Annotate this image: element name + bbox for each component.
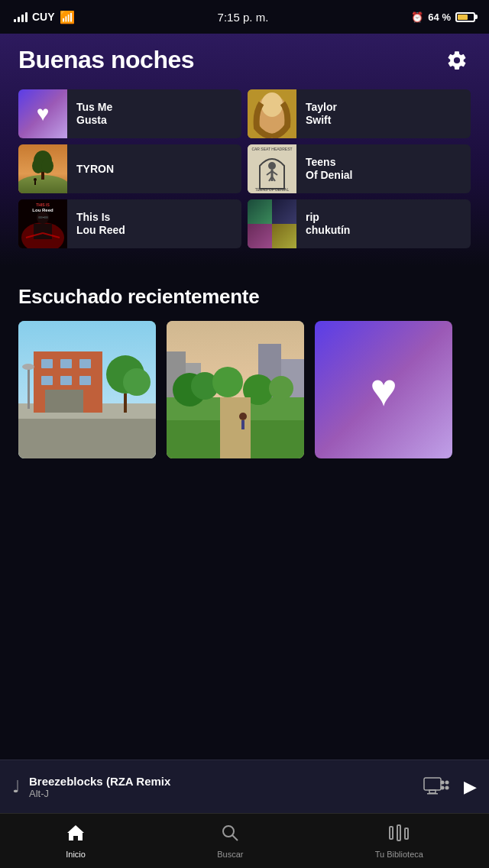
svg-rect-34 [60, 376, 72, 385]
recent-thumb-2 [167, 321, 304, 458]
svg-point-2 [261, 92, 283, 117]
lou-reed-image: THIS IS Lou Reed [18, 199, 67, 248]
svg-rect-59 [427, 793, 438, 795]
svg-text:THIS IS: THIS IS [36, 202, 50, 207]
quick-thumb-lou-reed: THIS IS Lou Reed [18, 199, 67, 248]
wifi-icon: 📶 [60, 10, 75, 24]
now-playing-artist: Alt-J [29, 788, 413, 799]
quick-label-tyron: TYRON [67, 163, 123, 176]
quick-thumb-teens-of-denial: CAR SEAT HEADREST TEENS OF DENIAL [248, 144, 296, 193]
svg-point-63 [445, 785, 449, 789]
greeting-text: Buenas noches [18, 46, 194, 74]
status-bar: CUY 📶 7:15 p. m. ⏰ 64 % [0, 0, 489, 34]
heart-large-icon: ♥ [370, 364, 397, 416]
quick-label-tus-me-gusta: Tus MeGusta [67, 101, 121, 127]
nav-buscar[interactable]: Buscar [202, 818, 258, 865]
recent-section-title: Escuchado recientemente [0, 285, 489, 321]
nav-inicio[interactable]: Inicio [50, 818, 101, 865]
status-left: CUY 📶 [14, 10, 75, 24]
svg-rect-67 [397, 825, 400, 840]
svg-point-12 [268, 162, 276, 170]
recent-scroll[interactable]: ♥ [0, 321, 489, 471]
svg-rect-19 [38, 216, 43, 219]
svg-point-60 [441, 780, 445, 784]
clock: 7:15 p. m. [218, 11, 269, 24]
svg-text:CAR SEAT HEADREST: CAR SEAT HEADREST [251, 147, 292, 151]
status-right: ⏰ 64 % [411, 11, 475, 23]
svg-rect-58 [429, 790, 436, 793]
recent-thumb-3: ♥ [315, 321, 452, 458]
svg-rect-31 [60, 359, 72, 368]
quick-thumb-taylor-swift [248, 89, 296, 138]
svg-text:Lou Reed: Lou Reed [32, 208, 53, 212]
svg-text:TEENS OF DENIAL: TEENS OF DENIAL [255, 187, 290, 192]
battery-percent: 64 % [428, 11, 451, 23]
svg-rect-57 [424, 778, 441, 790]
library-icon [388, 824, 410, 847]
svg-point-51 [212, 367, 243, 397]
svg-point-64 [223, 826, 234, 837]
cast-button[interactable] [423, 776, 450, 798]
header: Buenas noches ♥ Tus MeGusta [0, 34, 489, 267]
quick-item-tyron[interactable]: TYRON [18, 144, 241, 193]
cast-icon [423, 776, 450, 798]
recent-card-2[interactable] [167, 321, 304, 458]
svg-rect-18 [34, 224, 52, 239]
quick-thumb-rip-chukutin [248, 199, 296, 248]
quick-thumb-tyron [18, 144, 67, 193]
svg-rect-10 [34, 181, 36, 185]
now-playing-controls: ▶ [423, 776, 477, 798]
svg-rect-36 [45, 390, 83, 413]
svg-rect-56 [241, 420, 244, 429]
now-playing-bar[interactable]: ♩ Breezeblocks (RZA Remix Alt-J ▶ [0, 760, 489, 813]
search-icon [221, 824, 239, 847]
recent-section: Escuchado recientemente [0, 267, 489, 471]
quick-item-this-is-lou-reed[interactable]: THIS IS Lou Reed This IsLou Reed [18, 199, 241, 248]
svg-point-38 [123, 368, 151, 396]
gear-icon [446, 50, 468, 71]
quick-label-rip-chukutin: ripchukutín [296, 211, 359, 237]
svg-rect-27 [18, 413, 156, 458]
svg-point-9 [34, 178, 37, 181]
recent-card-1[interactable] [18, 321, 156, 458]
nav-buscar-label: Buscar [217, 850, 243, 859]
svg-rect-68 [405, 828, 408, 839]
svg-point-55 [239, 413, 247, 420]
taylor-swift-image [248, 89, 296, 138]
settings-button[interactable] [443, 47, 471, 74]
svg-rect-54 [220, 397, 251, 458]
home-icon [66, 824, 86, 847]
recent-card-3[interactable]: ♥ [315, 321, 452, 458]
header-top: Buenas noches [18, 46, 471, 74]
nav-biblioteca[interactable]: Tu Biblioteca [360, 818, 439, 865]
svg-rect-33 [41, 376, 53, 385]
svg-rect-66 [390, 827, 393, 839]
quick-label-taylor-swift: TaylorSwift [296, 101, 346, 127]
nav-biblioteca-label: Tu Biblioteca [375, 850, 423, 859]
quick-item-rip-chukutin[interactable]: ripchukutín [248, 199, 471, 248]
play-button[interactable]: ▶ [464, 777, 477, 797]
quick-play-grid: ♥ Tus MeGusta TaylorSwif [18, 89, 471, 248]
svg-rect-30 [41, 359, 53, 368]
tyron-image [18, 144, 67, 193]
nav-inicio-label: Inicio [66, 850, 86, 859]
heart-icon: ♥ [37, 102, 50, 126]
music-note-icon: ♩ [12, 777, 20, 797]
signal-icon [14, 11, 28, 22]
svg-line-65 [232, 835, 238, 840]
quick-label-this-is-lou-reed: This IsLou Reed [67, 211, 134, 237]
svg-rect-39 [124, 394, 127, 413]
quick-item-teens-of-denial[interactable]: CAR SEAT HEADREST TEENS OF DENIAL TeensO… [248, 144, 471, 193]
svg-rect-35 [79, 376, 91, 385]
quick-item-tus-me-gusta[interactable]: ♥ Tus MeGusta [18, 89, 241, 138]
svg-rect-40 [28, 367, 30, 409]
battery-icon [455, 12, 475, 22]
now-playing-title: Breezeblocks (RZA Remix [29, 775, 413, 788]
quick-label-teens-of-denial: TeensOf Denial [296, 156, 361, 182]
carrier-label: CUY [32, 11, 55, 23]
quick-thumb-tus-me-gusta: ♥ [18, 89, 67, 138]
svg-rect-32 [79, 359, 91, 368]
quick-item-taylor-swift[interactable]: TaylorSwift [248, 89, 471, 138]
alarm-icon: ⏰ [411, 11, 423, 23]
svg-rect-21 [43, 217, 44, 218]
